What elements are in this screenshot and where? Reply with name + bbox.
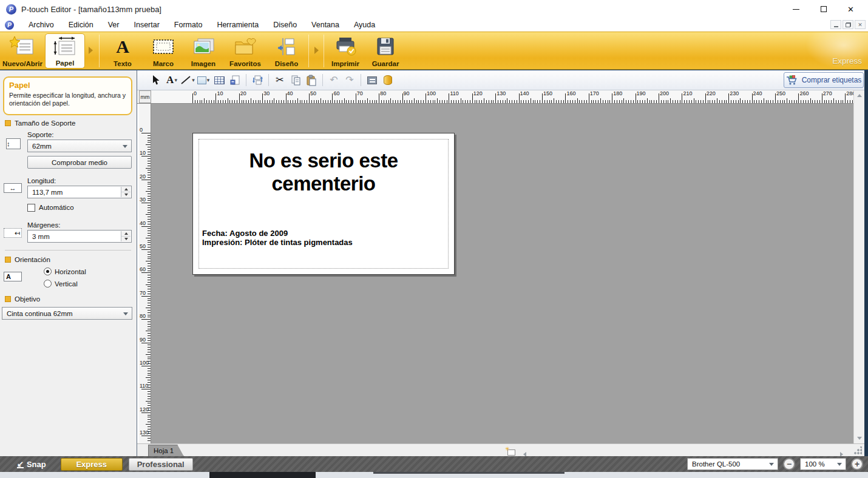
express-mode-button[interactable]: Express bbox=[61, 458, 123, 471]
menu-ayuda[interactable]: Ayuda bbox=[347, 19, 382, 30]
print-button[interactable]: Imprimir bbox=[327, 33, 364, 69]
buy-labels-button[interactable]: Comprar etiquetas bbox=[784, 72, 864, 88]
text-button[interactable]: A Texto bbox=[104, 33, 141, 69]
canvas[interactable]: No es serio este cementerio Fecha: Agost… bbox=[151, 104, 853, 443]
maximize-button[interactable] bbox=[810, 0, 837, 18]
menu-formato[interactable]: Formato bbox=[167, 19, 210, 30]
length-input[interactable]: 113,7 mm bbox=[27, 186, 132, 198]
save-button[interactable]: Guardar bbox=[367, 33, 404, 69]
properties-button[interactable] bbox=[365, 73, 379, 87]
spin-up-icon[interactable] bbox=[121, 187, 131, 192]
menu-edicion[interactable]: Edición bbox=[61, 19, 101, 30]
auto-checkbox[interactable] bbox=[27, 204, 35, 212]
line-tool-button[interactable]: ▾ bbox=[180, 73, 195, 87]
toolbar-expand-arrow-1-icon[interactable] bbox=[89, 47, 93, 54]
ruler-tick bbox=[147, 375, 151, 375]
toolbar-separator bbox=[322, 74, 323, 86]
new-open-icon bbox=[10, 33, 35, 60]
ruler-tick bbox=[836, 100, 836, 103]
ruler-tick bbox=[563, 100, 564, 103]
menu-archivo[interactable]: Archivo bbox=[21, 19, 61, 30]
ruler-tick bbox=[276, 100, 277, 103]
ruler-tick bbox=[521, 100, 521, 103]
sheet-tab[interactable]: Hoja 1 bbox=[148, 445, 184, 457]
ruler-tick bbox=[248, 100, 249, 103]
new-open-button[interactable]: Nuevo/Abrir bbox=[1, 33, 44, 69]
ruler-tick bbox=[489, 100, 489, 103]
minimize-button[interactable] bbox=[782, 0, 810, 18]
orientation-vertical-radio[interactable] bbox=[44, 280, 52, 288]
select-tool-button[interactable] bbox=[149, 73, 163, 87]
ruler-tick bbox=[147, 277, 151, 278]
ruler-tick bbox=[778, 100, 778, 103]
ruler-label: 180 bbox=[613, 90, 622, 96]
add-sheet-icon bbox=[507, 449, 515, 456]
paper-button[interactable]: Papel bbox=[45, 33, 85, 69]
menu-herramienta[interactable]: Herramienta bbox=[209, 19, 266, 30]
database-button[interactable] bbox=[381, 73, 395, 87]
ruler-tick bbox=[838, 100, 839, 103]
target-select[interactable]: Cinta continua 62mm bbox=[2, 307, 132, 320]
ruler-tick bbox=[824, 100, 825, 103]
undo-button[interactable]: ↶ bbox=[327, 73, 341, 87]
professional-mode-button[interactable]: Professional bbox=[129, 458, 193, 471]
ruler-label: 20 bbox=[240, 90, 246, 96]
scroll-down-button[interactable] bbox=[854, 433, 865, 443]
menu-insertar[interactable]: Insertar bbox=[126, 19, 166, 30]
margins-input[interactable]: 3 mm bbox=[27, 230, 132, 243]
mdi-close-button[interactable]: ✕ bbox=[855, 20, 866, 29]
vertical-scrollbar[interactable] bbox=[853, 90, 864, 443]
menu-ventana[interactable]: Ventana bbox=[304, 19, 347, 30]
arrange-button[interactable] bbox=[250, 73, 265, 87]
zoom-level-select[interactable]: 100 % bbox=[800, 458, 846, 470]
label-document[interactable]: No es serio este cementerio Fecha: Agost… bbox=[192, 133, 455, 275]
check-media-button[interactable]: Comprobar medio bbox=[27, 156, 132, 169]
spin-up-icon[interactable] bbox=[121, 231, 131, 237]
favorites-button[interactable]: Favoritos bbox=[225, 33, 266, 69]
ruler-tick bbox=[141, 436, 151, 436]
spin-down-icon[interactable] bbox=[121, 192, 131, 197]
menu-ver[interactable]: Ver bbox=[101, 19, 127, 30]
label-meta-text[interactable]: Fecha: Agosto de 2009 Impresión: Plóter … bbox=[202, 229, 353, 247]
print-preview-button[interactable] bbox=[228, 73, 242, 87]
printer-select[interactable]: Brother QL-500 bbox=[687, 458, 778, 470]
scroll-up-button[interactable] bbox=[854, 90, 865, 101]
editor-area: A ▾ ▾ ▾ bbox=[137, 70, 868, 456]
mdi-minimize-button[interactable] bbox=[830, 20, 841, 29]
zoom-in-button[interactable]: + bbox=[851, 458, 863, 470]
ruler-tick bbox=[428, 100, 429, 103]
ruler-tick bbox=[572, 100, 573, 103]
ruler-tick bbox=[796, 100, 797, 103]
close-button[interactable]: ✕ bbox=[837, 0, 864, 18]
soporte-select[interactable]: 62mm bbox=[27, 140, 132, 152]
copy-button[interactable] bbox=[288, 73, 303, 87]
ruler-tick bbox=[498, 100, 498, 103]
save-icon bbox=[375, 33, 396, 60]
status-bar: ↙ Snap Express Professional Brother QL-5… bbox=[0, 456, 868, 472]
margins-spinner[interactable] bbox=[121, 231, 131, 241]
snap-mode-button[interactable]: ↙ Snap bbox=[17, 460, 46, 469]
layout-button[interactable]: Diseño bbox=[268, 33, 305, 69]
shape-tool-button[interactable]: ▾ bbox=[196, 73, 211, 87]
ruler-tick bbox=[817, 100, 818, 103]
text-tool-button[interactable]: A ▾ bbox=[164, 73, 179, 87]
image-button[interactable]: Imagen bbox=[185, 33, 222, 69]
resize-grip[interactable] bbox=[853, 446, 862, 455]
ruler-tick bbox=[309, 93, 310, 103]
mdi-restore-button[interactable] bbox=[843, 20, 853, 29]
cut-button[interactable]: ✂ bbox=[273, 73, 287, 87]
ruler-tick bbox=[141, 366, 151, 366]
table-tool-button[interactable] bbox=[212, 73, 226, 87]
length-spinner[interactable] bbox=[121, 187, 131, 197]
redo-button[interactable]: ↷ bbox=[342, 73, 357, 87]
ruler-tick bbox=[141, 272, 151, 273]
zoom-out-button[interactable]: − bbox=[783, 458, 795, 470]
ruler-tick bbox=[495, 93, 496, 103]
spin-down-icon[interactable] bbox=[121, 237, 131, 241]
paste-button[interactable] bbox=[304, 73, 319, 87]
ruler-tick bbox=[801, 100, 801, 103]
menu-diseno[interactable]: Diseño bbox=[266, 19, 304, 30]
toolbar-expand-arrow-2-icon[interactable] bbox=[314, 47, 319, 54]
frame-button[interactable]: Marco bbox=[144, 33, 182, 69]
orientation-horizontal-radio[interactable] bbox=[44, 268, 52, 275]
